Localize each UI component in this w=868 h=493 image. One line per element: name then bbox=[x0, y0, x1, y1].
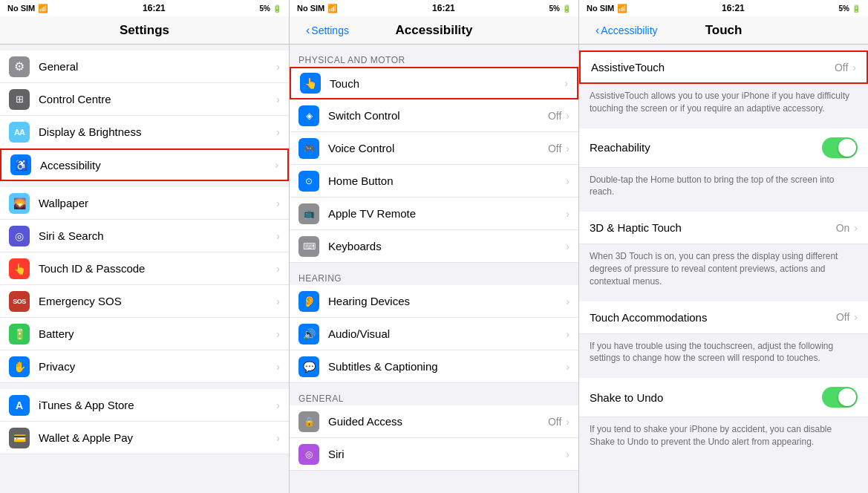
battery-label: Battery bbox=[39, 327, 276, 340]
reachability-desc: Double-tap the Home button to bring the … bbox=[579, 168, 868, 206]
settings-item[interactable]: ◈ Switch Control Off › bbox=[290, 99, 578, 132]
settings-item[interactable]: 🌄 Wallpaper › bbox=[0, 187, 289, 220]
settings-item[interactable]: ⌨ Keyboards › bbox=[290, 230, 578, 263]
settings-item[interactable]: ◎ Siri › bbox=[290, 438, 578, 471]
hearing-label: Hearing Devices bbox=[328, 295, 566, 307]
touch-chevron: › bbox=[564, 77, 568, 89]
accessibility-list: PHYSICAL AND MOTOR 👆 Touch › ◈ Switch Co… bbox=[290, 45, 578, 493]
battery-pct-2: 5% bbox=[549, 4, 560, 13]
voice-control-icon: 🎮 bbox=[298, 138, 319, 159]
settings-item[interactable]: ✋ Privacy › bbox=[0, 350, 289, 383]
voice-control-value: Off bbox=[548, 143, 561, 154]
touch-acc-icon: 👆 bbox=[300, 73, 321, 94]
touch-accommodations-value: Off bbox=[836, 311, 849, 323]
appletv-chevron: › bbox=[566, 208, 570, 220]
assistive-touch-desc: AssistiveTouch allows you to use your iP… bbox=[579, 84, 868, 123]
keyboards-label: Keyboards bbox=[328, 240, 566, 252]
reachability-toggle[interactable] bbox=[822, 137, 858, 158]
guided-chevron: › bbox=[566, 416, 570, 428]
settings-list-1: ⚙ General › ⊞ Control Centre › AA Displa… bbox=[0, 45, 289, 493]
back-label-2[interactable]: Settings bbox=[311, 25, 349, 36]
accessibility-icon: ♿ bbox=[10, 154, 31, 175]
settings-item[interactable]: A iTunes & App Store › bbox=[0, 389, 289, 422]
settings-item[interactable]: ⚙ General › bbox=[0, 50, 289, 83]
subtitles-chevron: › bbox=[566, 361, 570, 373]
settings-item[interactable]: 🎮 Voice Control Off › bbox=[290, 132, 578, 165]
settings-item[interactable]: 🔊 Audio/Visual › bbox=[290, 318, 578, 350]
wallpaper-label: Wallpaper bbox=[39, 197, 276, 209]
sos-chevron: › bbox=[276, 296, 280, 307]
general-label: General bbox=[39, 60, 276, 73]
general-chevron: › bbox=[276, 61, 280, 73]
status-right-1: 5% 🔋 bbox=[260, 4, 281, 13]
settings-item[interactable]: ◎ Siri & Search › bbox=[0, 220, 289, 252]
control-centre-chevron: › bbox=[276, 94, 280, 105]
settings-item-accessibility[interactable]: ♿ Accessibility › bbox=[0, 148, 289, 181]
hearing-chevron: › bbox=[566, 296, 570, 307]
nav-bar-2: ‹ Settings Accessibility bbox=[290, 16, 578, 45]
settings-item[interactable]: 🔒 Guided Access Off › bbox=[290, 405, 578, 438]
settings-item[interactable]: 💬 Subtitles & Captioning › bbox=[290, 350, 578, 383]
audio-visual-chevron: › bbox=[566, 328, 570, 340]
settings-item[interactable]: 💳 Wallet & Apple Pay › bbox=[0, 422, 289, 454]
touch-item[interactable]: 👆 Touch › bbox=[290, 67, 578, 99]
siri-acc2-label: Siri bbox=[328, 448, 566, 460]
carrier-3: No SIM bbox=[587, 4, 614, 13]
status-bar-3: No SIM 📶 16:21 5% 🔋 bbox=[579, 0, 868, 16]
battery-icon-1: 🔋 bbox=[273, 4, 281, 13]
battery-chevron: › bbox=[276, 328, 280, 340]
settings-item[interactable]: ⊞ Control Centre › bbox=[0, 83, 289, 116]
itunes-icon: A bbox=[9, 395, 30, 416]
settings-item[interactable]: 👆 Touch ID & Passcode › bbox=[0, 252, 289, 285]
time-1: 16:21 bbox=[143, 3, 166, 13]
back-label-3[interactable]: Accessibility bbox=[601, 25, 657, 36]
nav-back-2[interactable]: ‹ Settings bbox=[306, 24, 349, 37]
3d-haptic-item[interactable]: 3D & Haptic Touch On › bbox=[579, 212, 868, 244]
switch-control-chevron: › bbox=[566, 110, 570, 122]
privacy-icon: ✋ bbox=[9, 356, 30, 377]
assistive-touch-label: AssistiveTouch bbox=[591, 61, 835, 74]
nav-back-3[interactable]: ‹ Accessibility bbox=[595, 24, 658, 37]
assistive-touch-chevron: › bbox=[852, 62, 856, 74]
home-button-chevron: › bbox=[566, 175, 570, 187]
battery-icon-3: 🔋 bbox=[852, 4, 861, 13]
shake-to-undo-desc: If you tend to shake your iPhone by acci… bbox=[579, 417, 868, 456]
wifi-icon-1: 📶 bbox=[38, 4, 48, 13]
time-2: 16:21 bbox=[432, 3, 455, 13]
shake-to-undo-toggle[interactable] bbox=[822, 387, 858, 408]
home-button-icon: ⊙ bbox=[298, 171, 319, 192]
wifi-icon-2: 📶 bbox=[327, 4, 338, 13]
wallpaper-icon: 🌄 bbox=[9, 193, 30, 214]
3d-haptic-desc: When 3D Touch is on, you can press the d… bbox=[579, 244, 868, 295]
touch-accommodations-item[interactable]: Touch Accommodations Off › bbox=[579, 301, 868, 334]
panel-touch: No SIM 📶 16:21 5% 🔋 ‹ Accessibility Touc… bbox=[579, 0, 868, 493]
display-label: Display & Brightness bbox=[39, 125, 276, 138]
settings-item[interactable]: ⊙ Home Button › bbox=[290, 165, 578, 197]
assistive-touch-item[interactable]: AssistiveTouch Off › bbox=[579, 50, 868, 84]
reachability-item[interactable]: Reachability bbox=[579, 128, 868, 168]
wifi-icon-3: 📶 bbox=[617, 4, 627, 13]
audio-visual-icon: 🔊 bbox=[298, 324, 319, 345]
carrier-1: No SIM bbox=[7, 4, 35, 13]
accessibility-label: Accessibility bbox=[40, 159, 275, 172]
status-right-2: 5% 🔋 bbox=[549, 4, 571, 13]
accessibility-chevron: › bbox=[275, 159, 278, 171]
touch-detail-list: AssistiveTouch Off › AssistiveTouch allo… bbox=[579, 45, 868, 493]
sos-icon: SOS bbox=[9, 291, 30, 312]
touch-accommodations-desc: If you have trouble using the touchscree… bbox=[579, 334, 868, 373]
siri-acc2-chevron: › bbox=[566, 448, 570, 460]
wallet-chevron: › bbox=[276, 432, 280, 444]
settings-item[interactable]: SOS Emergency SOS › bbox=[0, 285, 289, 318]
settings-item[interactable]: 📺 Apple TV Remote › bbox=[290, 197, 578, 230]
touchid-chevron: › bbox=[276, 263, 280, 275]
settings-item[interactable]: AA Display & Brightness › bbox=[0, 116, 289, 148]
shake-to-undo-item[interactable]: Shake to Undo bbox=[579, 378, 868, 417]
section-header-general2: GENERAL bbox=[290, 389, 578, 405]
section-header-physical: PHYSICAL AND MOTOR bbox=[290, 50, 578, 67]
hearing-icon: 👂 bbox=[298, 291, 319, 312]
battery-icon-2: 🔋 bbox=[562, 4, 571, 13]
subtitles-label: Subtitles & Captioning bbox=[328, 360, 566, 373]
settings-item[interactable]: 🔋 Battery › bbox=[0, 318, 289, 350]
settings-item[interactable]: 👂 Hearing Devices › bbox=[290, 285, 578, 318]
3d-haptic-label: 3D & Haptic Touch bbox=[590, 221, 836, 234]
